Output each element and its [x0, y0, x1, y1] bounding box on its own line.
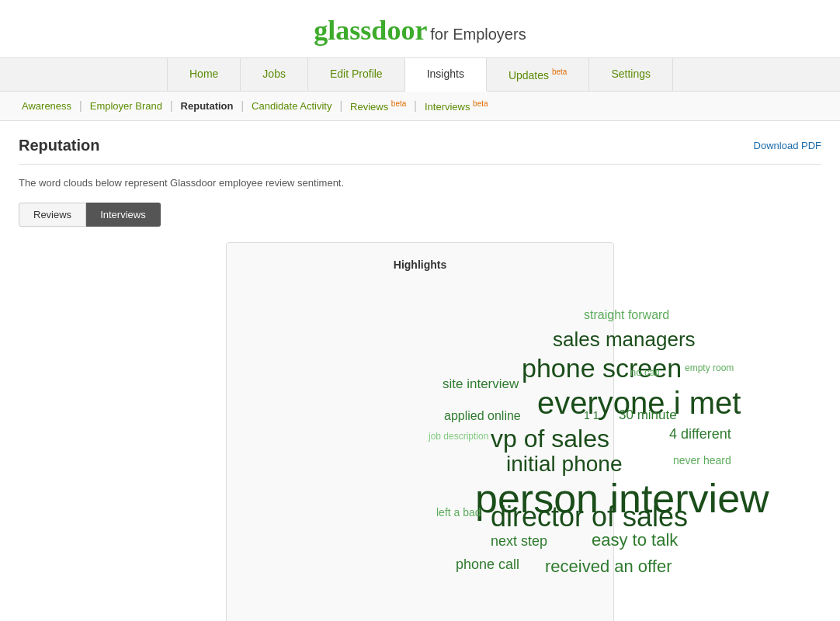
sep3: | [241, 99, 244, 112]
word-sales-managers: sales managers [553, 328, 696, 352]
logo: glassdoor [314, 15, 427, 46]
interviews-beta-badge: beta [473, 99, 488, 108]
sep1: | [79, 99, 82, 112]
sub-navigation: Awareness | Employer Brand | Reputation … [0, 92, 840, 121]
subnav-candidate-activity[interactable]: Candidate Activity [245, 100, 338, 112]
word-left-a-bad: left a bad [436, 506, 481, 519]
word-initial-phone: initial phone [506, 452, 622, 477]
main-content: Reputation Download PDF The word clouds … [0, 121, 840, 621]
top-navigation: Home Jobs Edit Profile Insights Updates … [0, 57, 840, 92]
word-director-of-sales: director of sales [491, 501, 688, 533]
nav-home[interactable]: Home [167, 58, 241, 91]
word-phone-call: phone call [456, 557, 519, 573]
wordcloud: straight forwardsales managersphone scre… [250, 285, 590, 603]
download-pdf-link[interactable]: Download PDF [754, 140, 821, 151]
nav-settings[interactable]: Settings [589, 58, 673, 91]
word-4-different: 4 different [669, 426, 731, 442]
sep4: | [339, 99, 342, 112]
updates-beta-badge: beta [552, 68, 567, 76]
word-easy-to-talk: easy to talk [592, 530, 678, 550]
page-title: Reputation [19, 137, 99, 154]
word-next-step: next step [491, 533, 547, 550]
word-vp-of-sales: vp of sales [491, 425, 609, 453]
wordcloud-title: Highlights [250, 258, 590, 271]
wordcloud-container: Highlights straight forwardsales manager… [226, 242, 614, 621]
word-straight-forward: straight forward [584, 308, 669, 322]
tab-reviews[interactable]: Reviews [19, 203, 86, 227]
nav-jobs[interactable]: Jobs [241, 58, 308, 91]
word-never-heard: never heard [673, 454, 731, 467]
sep2: | [170, 99, 173, 112]
word-received-an-offer: received an offer [545, 557, 672, 577]
word-site-interview: site interview [443, 376, 519, 392]
subnav-employer-brand[interactable]: Employer Brand [84, 100, 168, 112]
page-header: glassdoor for Employers [0, 0, 840, 57]
tagline: for Employers [430, 26, 526, 43]
word-empty-room: empty room [685, 363, 734, 373]
subnav-reviews[interactable]: Reviews beta [344, 99, 412, 113]
description-text: The word clouds below represent Glassdoo… [19, 177, 821, 189]
subnav-awareness[interactable]: Awareness [16, 100, 78, 112]
nav-updates[interactable]: Updates beta [487, 58, 590, 91]
word-1-1: 1 1 [584, 409, 599, 422]
nav-insights[interactable]: Insights [405, 58, 487, 92]
subnav-reputation[interactable]: Reputation [175, 100, 240, 112]
sep5: | [414, 99, 417, 112]
word-no-call: no call [630, 366, 660, 378]
word-applied-online: applied online [444, 409, 521, 423]
word-30-minute: 30 minute [619, 408, 677, 423]
subnav-interviews[interactable]: Interviews beta [418, 99, 495, 113]
nav-edit-profile[interactable]: Edit Profile [308, 58, 405, 91]
tab-interviews[interactable]: Interviews [86, 203, 161, 227]
tab-button-group: Reviews Interviews [19, 203, 821, 227]
content-header: Reputation Download PDF [19, 137, 821, 165]
word-job-description: job description [429, 431, 488, 442]
reviews-beta-badge: beta [391, 99, 406, 108]
